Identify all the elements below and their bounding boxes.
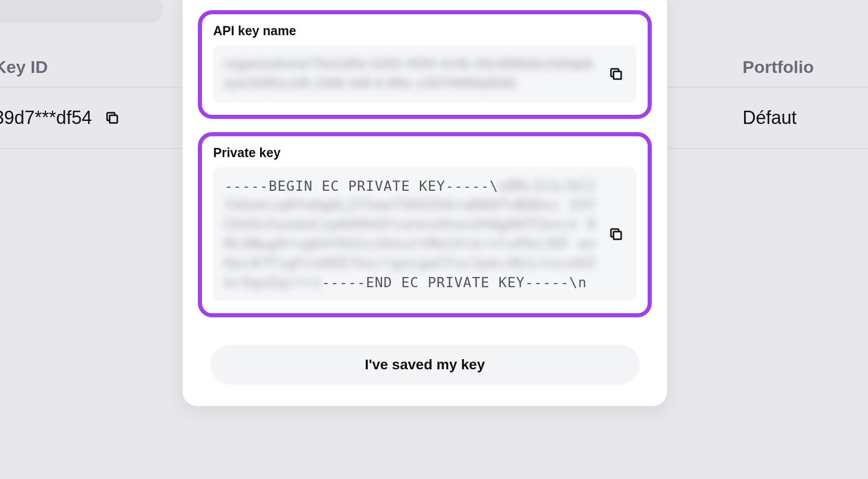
api-key-name-section: API key name organizations/75e1af5e b263… — [198, 10, 652, 119]
copy-icon — [608, 226, 624, 242]
api-key-name-label: API key name — [213, 23, 636, 38]
copy-icon — [608, 66, 624, 82]
api-key-created-modal: API key name organizations/75e1af5e b263… — [183, 0, 667, 406]
tab-pill[interactable] — [0, 0, 163, 23]
private-key-section: Private key -----BEGIN EC PRIVATE KEY---… — [198, 132, 652, 318]
cell-portfolio: Défaut — [743, 107, 797, 129]
column-header-portfolio: Portfolio — [743, 57, 814, 77]
api-key-name-value-box: organizations/75e1af5e b263 4590 4c4b 26… — [213, 45, 636, 103]
api-key-name-value: organizations/75e1af5e b263 4590 4c4b 26… — [224, 55, 598, 93]
copy-private-key-button[interactable] — [605, 223, 627, 245]
column-header-key-id: Key ID — [0, 57, 48, 77]
cell-key-id: 39d7***df54 — [0, 107, 92, 129]
copy-api-key-name-button[interactable] — [605, 63, 627, 85]
api-key-name-redacted: organizations/75e1af5e b263 4590 4c4b 26… — [224, 56, 594, 91]
private-key-value: -----BEGIN EC PRIVATE KEY-----\n8Rc1Ck/6… — [224, 177, 598, 292]
private-key-value-box: -----BEGIN EC PRIVATE KEY-----\n8Rc1Ck/6… — [213, 167, 636, 301]
copy-icon — [105, 110, 120, 125]
private-key-begin: -----BEGIN EC PRIVATE KEY-----\ — [224, 178, 498, 194]
private-key-end: -----END EC PRIVATE KEY-----\n — [322, 274, 587, 290]
copy-key-id-button[interactable] — [101, 107, 123, 129]
ive-saved-my-key-button[interactable]: I've saved my key — [210, 345, 640, 385]
private-key-label: Private key — [213, 145, 636, 160]
private-key-redacted: n8Rc1Ck/6C27mSekiq8YoDg6LZfSaeT5OXZh6rwR… — [224, 178, 596, 290]
